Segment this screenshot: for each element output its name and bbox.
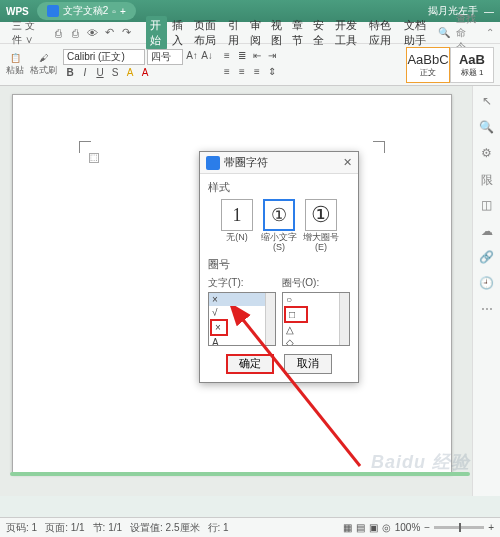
align-right-icon[interactable]: ≡ xyxy=(250,66,264,80)
menu-review[interactable]: 审阅 xyxy=(247,16,266,50)
menu-special[interactable]: 特色应用 xyxy=(366,16,399,50)
doc-icon xyxy=(47,5,59,17)
enc-listbox[interactable]: ○ □ △ ◇ xyxy=(282,292,350,346)
underline-icon[interactable]: U xyxy=(93,67,107,81)
view-mode-icon[interactable]: ▦ xyxy=(343,522,352,533)
quick-icons: ⎙ ⎙ 👁 ↶ ↷ xyxy=(52,26,134,40)
dialog-titlebar[interactable]: 带圈字符 ✕ xyxy=(200,152,358,174)
limit-icon[interactable]: 限 xyxy=(479,172,495,188)
ribbon: 📋 粘贴 🖌 格式刷 Calibri (正文) 四号 A↑ A↓ B I U S… xyxy=(0,44,500,86)
status-section[interactable]: 节: 1/1 xyxy=(93,521,122,535)
list-item-highlighted[interactable]: × xyxy=(210,319,228,336)
style-preview-text: AaBbC xyxy=(407,52,448,67)
style-opt-shrink[interactable]: ① 缩小文字(S) xyxy=(260,199,298,253)
list-item-highlighted[interactable]: □ xyxy=(284,306,308,323)
paste-label: 粘贴 xyxy=(6,64,24,77)
text-label: 文字(T): xyxy=(208,277,244,288)
font-color-icon[interactable]: A xyxy=(138,67,152,81)
grow-font-icon[interactable]: A↑ xyxy=(185,50,199,64)
style-normal[interactable]: AaBbC 正文 xyxy=(406,47,450,83)
menu-layout[interactable]: 页面布局 xyxy=(191,16,224,50)
layers-icon[interactable]: ◫ xyxy=(479,198,495,214)
zoom-in-icon[interactable]: + xyxy=(488,522,494,533)
preview-icon[interactable]: 👁 xyxy=(86,26,100,40)
tab-device-icon: ▫ xyxy=(112,6,116,17)
shrink-font-icon[interactable]: A↓ xyxy=(200,50,214,64)
more-icon[interactable]: ⋯ xyxy=(479,302,495,318)
ok-button[interactable]: 确定 xyxy=(226,354,274,374)
size-combo[interactable]: 四号 xyxy=(147,49,183,65)
status-page[interactable]: 页码: 1 xyxy=(6,521,37,535)
menu-dochelper[interactable]: 文档助手 xyxy=(401,16,434,50)
undo-icon[interactable]: ↶ xyxy=(103,26,117,40)
save-icon[interactable]: ⎙ xyxy=(52,26,66,40)
menu-ref[interactable]: 引用 xyxy=(225,16,244,50)
print-icon[interactable]: ⎙ xyxy=(69,26,83,40)
style-opt-none[interactable]: 1 无(N) xyxy=(218,199,256,253)
format-brush-group[interactable]: 🖌 格式刷 xyxy=(30,53,57,77)
app-logo: WPS xyxy=(6,6,29,17)
indent-inc-icon[interactable]: ⇥ xyxy=(265,50,279,64)
close-icon[interactable]: ✕ xyxy=(343,156,352,169)
statusbar: 页码: 1 页面: 1/1 节: 1/1 设置值: 2.5厘米 行: 1 ▦ ▤… xyxy=(0,517,500,537)
document-tab[interactable]: 文字文稿2 ▫ + xyxy=(37,2,136,20)
select-icon[interactable]: ↖ xyxy=(479,94,495,110)
style-glyph: ① xyxy=(263,199,295,231)
menu-insert[interactable]: 插入 xyxy=(169,16,188,50)
margin-corner-tl xyxy=(79,141,91,153)
scrollbar[interactable] xyxy=(339,293,349,345)
cloud-icon[interactable]: ☁ xyxy=(479,224,495,240)
menu-start[interactable]: 开始 xyxy=(146,16,167,50)
menu-security[interactable]: 安全 xyxy=(310,16,329,50)
zoom-label[interactable]: 100% xyxy=(395,522,421,533)
style-opt-enlarge[interactable]: ① 增大圈号(E) xyxy=(302,199,340,253)
view-mode-icon[interactable]: ▣ xyxy=(369,522,378,533)
italic-icon[interactable]: I xyxy=(78,67,92,81)
menu-section[interactable]: 章节 xyxy=(289,16,308,50)
status-pages[interactable]: 页面: 1/1 xyxy=(45,521,84,535)
dialog-title: 带圈字符 xyxy=(224,155,268,170)
menu-view[interactable]: 视图 xyxy=(268,16,287,50)
brush-label: 格式刷 xyxy=(30,64,57,77)
align-left-icon[interactable]: ≡ xyxy=(220,66,234,80)
highlight-icon[interactable]: A xyxy=(123,67,137,81)
file-menu[interactable]: 三 文件 ∨ xyxy=(6,17,48,49)
settings-icon[interactable]: ⚙ xyxy=(479,146,495,162)
para-group: ≡ ≣ ⇤ ⇥ ≡ ≡ ≡ ⇕ xyxy=(220,50,279,80)
bullets-icon[interactable]: ≡ xyxy=(220,50,234,64)
margin-corner-tr xyxy=(373,141,385,153)
font-combo[interactable]: Calibri (正文) xyxy=(63,49,145,65)
right-sidebar: ↖ 🔍 ⚙ 限 ◫ ☁ 🔗 🕘 ⋯ xyxy=(472,86,500,496)
zoom-slider[interactable] xyxy=(434,526,484,529)
link-icon[interactable]: 🔗 xyxy=(479,250,495,266)
align-center-icon[interactable]: ≡ xyxy=(235,66,249,80)
text-listbox[interactable]: × √ × A a xyxy=(208,292,276,346)
numbering-icon[interactable]: ≣ xyxy=(235,50,249,64)
horizontal-scrollbar[interactable] xyxy=(10,472,470,476)
bold-icon[interactable]: B xyxy=(63,67,77,81)
cancel-button[interactable]: 取消 xyxy=(284,354,332,374)
collapse-icon[interactable]: ⌃ xyxy=(486,27,494,38)
scrollbar[interactable] xyxy=(265,293,275,345)
line-spacing-icon[interactable]: ⇕ xyxy=(265,66,279,80)
status-row[interactable]: 行: 1 xyxy=(208,521,229,535)
strike-icon[interactable]: S xyxy=(108,67,122,81)
clock-icon[interactable]: 🕘 xyxy=(479,276,495,292)
zoom-out-icon[interactable]: − xyxy=(424,522,430,533)
document-page[interactable]: ⬚ 带圈字符 ✕ 样式 1 无(N) ① 缩小文字(S) xyxy=(12,94,452,474)
style-glyph: 1 xyxy=(221,199,253,231)
search-icon[interactable]: 🔍 xyxy=(479,120,495,136)
status-pos[interactable]: 设置值: 2.5厘米 xyxy=(130,521,199,535)
tab-add-icon[interactable]: + xyxy=(120,6,126,17)
redo-icon[interactable]: ↷ xyxy=(120,26,134,40)
style-heading1[interactable]: AaB 标题 1 xyxy=(450,47,494,83)
style-glyph: ① xyxy=(305,199,337,231)
view-mode-icon[interactable]: ▤ xyxy=(356,522,365,533)
enclosed-char-dialog: 带圈字符 ✕ 样式 1 无(N) ① 缩小文字(S) ① 增大圈号( xyxy=(199,151,359,383)
indent-dec-icon[interactable]: ⇤ xyxy=(250,50,264,64)
view-mode-icon[interactable]: ◎ xyxy=(382,522,391,533)
field-marker: ⬚ xyxy=(89,153,99,163)
style-caption: 标题 1 xyxy=(461,67,484,78)
menu-dev[interactable]: 开发工具 xyxy=(332,16,365,50)
paste-group[interactable]: 📋 粘贴 xyxy=(6,53,24,77)
